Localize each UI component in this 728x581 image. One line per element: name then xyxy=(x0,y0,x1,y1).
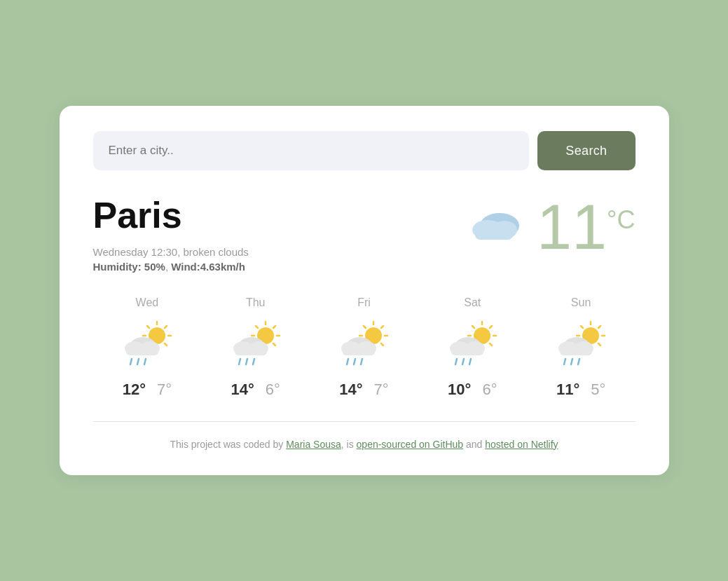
forecast-sun: Sun xyxy=(527,296,636,399)
svg-line-74 xyxy=(598,343,600,346)
forecast-icon-wed xyxy=(119,320,175,369)
high-sat: 10° xyxy=(448,381,471,399)
temps-sun: 11° 5° xyxy=(556,381,605,399)
forecast-icon-thu xyxy=(228,320,284,369)
svg-line-25 xyxy=(256,326,258,328)
search-input[interactable] xyxy=(93,131,530,170)
forecast-icon-sat xyxy=(444,320,500,369)
high-sun: 11° xyxy=(556,381,579,399)
city-section: Paris Wednesday 12:30, broken clouds Hum… xyxy=(93,196,636,272)
svg-line-41 xyxy=(364,326,366,328)
temps-wed: 12° 7° xyxy=(123,381,172,399)
humidity-label: Humidity: xyxy=(93,261,142,273)
search-row: Search xyxy=(93,131,636,170)
svg-line-42 xyxy=(381,343,383,346)
svg-rect-80 xyxy=(560,348,592,355)
forecast-icon-fri xyxy=(336,320,392,369)
temp-display-group: 11 °C xyxy=(537,196,636,259)
wind-label: Wind: xyxy=(171,261,200,273)
svg-line-33 xyxy=(239,359,240,364)
wind-value: 4.63km/h xyxy=(200,261,245,273)
low-thu: 6° xyxy=(266,381,280,399)
svg-line-17 xyxy=(130,359,132,364)
svg-line-57 xyxy=(472,326,474,328)
svg-line-18 xyxy=(137,359,139,364)
svg-line-27 xyxy=(273,326,275,328)
forecast-row: Wed xyxy=(93,289,636,399)
forecast-thu: Thu xyxy=(201,296,310,399)
city-meta: Humidity: 50%, Wind:4.63km/h xyxy=(93,261,461,273)
temperature-section: 11 °C xyxy=(461,196,636,259)
svg-rect-32 xyxy=(235,348,267,355)
main-weather-icon xyxy=(461,199,524,255)
temps-thu: 14° 6° xyxy=(231,381,280,399)
svg-line-49 xyxy=(347,359,348,364)
svg-line-19 xyxy=(144,359,146,364)
day-label-sat: Sat xyxy=(464,296,481,309)
svg-line-9 xyxy=(147,326,149,328)
forecast-icon-sun xyxy=(553,320,609,369)
low-wed: 7° xyxy=(157,381,172,399)
high-wed: 12° xyxy=(123,381,146,399)
search-button[interactable]: Search xyxy=(537,131,635,170)
svg-line-75 xyxy=(598,326,600,328)
forecast-fri: Fri xyxy=(310,296,418,399)
temps-sat: 10° 6° xyxy=(448,381,497,399)
svg-line-65 xyxy=(455,359,457,364)
svg-line-59 xyxy=(490,326,492,328)
temps-fri: 14° 7° xyxy=(339,381,388,399)
svg-line-81 xyxy=(564,359,565,364)
svg-line-73 xyxy=(581,326,583,328)
forecast-wed: Wed xyxy=(93,296,202,399)
city-name: Paris xyxy=(93,196,461,235)
footer-text-before: This project was coded by xyxy=(170,439,286,450)
svg-line-35 xyxy=(253,359,254,364)
svg-line-50 xyxy=(354,359,355,364)
temperature-unit: °C xyxy=(607,205,635,235)
svg-line-43 xyxy=(381,326,383,328)
svg-rect-16 xyxy=(126,348,158,355)
high-thu: 14° xyxy=(231,381,254,399)
svg-line-10 xyxy=(165,343,167,346)
day-label-sun: Sun xyxy=(571,296,591,309)
weather-card: Search Paris Wednesday 12:30, broken clo… xyxy=(60,106,669,474)
high-fri: 14° xyxy=(339,381,362,399)
footer: This project was coded by Maria Sousa, i… xyxy=(93,439,636,450)
svg-line-58 xyxy=(490,343,492,346)
svg-line-67 xyxy=(469,359,471,364)
low-sat: 6° xyxy=(482,381,497,399)
svg-line-34 xyxy=(246,359,247,364)
footer-github-link[interactable]: open-sourced on GitHub xyxy=(357,439,464,450)
svg-line-26 xyxy=(273,343,275,346)
svg-rect-48 xyxy=(343,348,375,355)
city-datetime: Wednesday 12:30, broken clouds xyxy=(93,246,461,258)
footer-divider xyxy=(93,421,636,422)
footer-text-middle: , is xyxy=(341,439,357,450)
svg-line-83 xyxy=(578,359,579,364)
footer-author-link[interactable]: Maria Sousa xyxy=(286,439,341,450)
city-info: Paris Wednesday 12:30, broken clouds Hum… xyxy=(93,196,461,272)
temperature-value: 11 xyxy=(537,196,607,259)
day-label-wed: Wed xyxy=(136,296,159,309)
footer-netlify-link[interactable]: hosted on Netlify xyxy=(485,439,558,450)
footer-text-and: and xyxy=(463,439,485,450)
svg-line-51 xyxy=(361,359,362,364)
day-label-thu: Thu xyxy=(246,296,266,309)
low-sun: 5° xyxy=(591,381,605,399)
low-fri: 7° xyxy=(374,381,389,399)
forecast-sat: Sat xyxy=(418,296,527,399)
svg-rect-64 xyxy=(451,348,483,355)
day-label-fri: Fri xyxy=(357,296,371,309)
humidity-value: 50% xyxy=(144,261,165,273)
svg-line-66 xyxy=(462,359,464,364)
svg-line-11 xyxy=(165,326,167,328)
svg-line-82 xyxy=(571,359,572,364)
svg-rect-3 xyxy=(475,230,513,240)
